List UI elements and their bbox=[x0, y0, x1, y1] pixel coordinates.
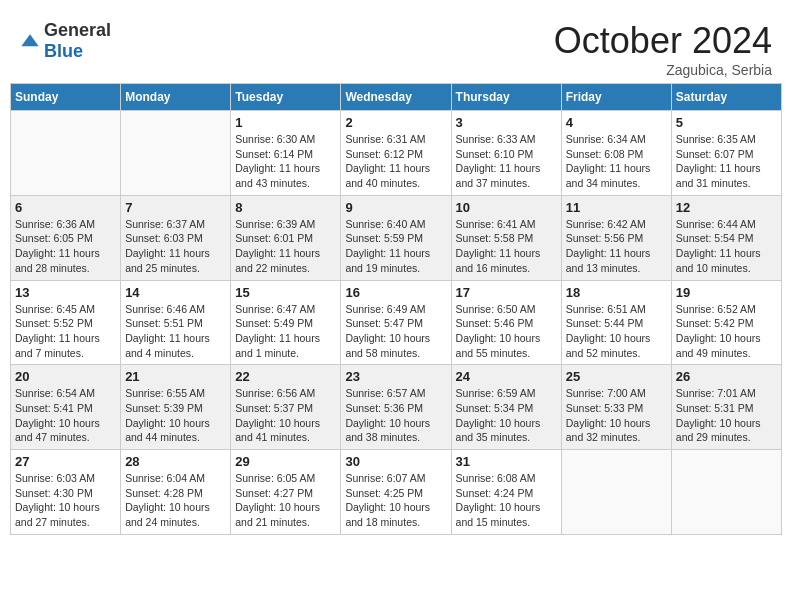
day-number: 12 bbox=[676, 200, 777, 215]
day-number: 6 bbox=[15, 200, 116, 215]
day-number: 20 bbox=[15, 369, 116, 384]
day-info: Sunrise: 6:08 AMSunset: 4:24 PMDaylight:… bbox=[456, 471, 557, 530]
day-info: Sunrise: 6:57 AMSunset: 5:36 PMDaylight:… bbox=[345, 386, 446, 445]
table-row: 31Sunrise: 6:08 AMSunset: 4:24 PMDayligh… bbox=[451, 450, 561, 535]
day-info: Sunrise: 6:42 AMSunset: 5:56 PMDaylight:… bbox=[566, 217, 667, 276]
calendar-week-row: 6Sunrise: 6:36 AMSunset: 6:05 PMDaylight… bbox=[11, 195, 782, 280]
day-info: Sunrise: 6:05 AMSunset: 4:27 PMDaylight:… bbox=[235, 471, 336, 530]
table-row: 2Sunrise: 6:31 AMSunset: 6:12 PMDaylight… bbox=[341, 111, 451, 196]
table-row: 29Sunrise: 6:05 AMSunset: 4:27 PMDayligh… bbox=[231, 450, 341, 535]
day-number: 4 bbox=[566, 115, 667, 130]
table-row: 30Sunrise: 6:07 AMSunset: 4:25 PMDayligh… bbox=[341, 450, 451, 535]
table-row: 11Sunrise: 6:42 AMSunset: 5:56 PMDayligh… bbox=[561, 195, 671, 280]
day-info: Sunrise: 6:41 AMSunset: 5:58 PMDaylight:… bbox=[456, 217, 557, 276]
table-row: 18Sunrise: 6:51 AMSunset: 5:44 PMDayligh… bbox=[561, 280, 671, 365]
calendar-header-row: Sunday Monday Tuesday Wednesday Thursday… bbox=[11, 84, 782, 111]
day-number: 24 bbox=[456, 369, 557, 384]
day-number: 7 bbox=[125, 200, 226, 215]
day-info: Sunrise: 6:44 AMSunset: 5:54 PMDaylight:… bbox=[676, 217, 777, 276]
title-block: October 2024 Zagubica, Serbia bbox=[554, 20, 772, 78]
logo-blue: Blue bbox=[44, 41, 83, 61]
table-row: 6Sunrise: 6:36 AMSunset: 6:05 PMDaylight… bbox=[11, 195, 121, 280]
table-row: 16Sunrise: 6:49 AMSunset: 5:47 PMDayligh… bbox=[341, 280, 451, 365]
logo-general: General bbox=[44, 20, 111, 40]
day-number: 27 bbox=[15, 454, 116, 469]
day-number: 17 bbox=[456, 285, 557, 300]
table-row: 12Sunrise: 6:44 AMSunset: 5:54 PMDayligh… bbox=[671, 195, 781, 280]
day-number: 31 bbox=[456, 454, 557, 469]
logo: General Blue bbox=[20, 20, 111, 62]
col-friday: Friday bbox=[561, 84, 671, 111]
table-row bbox=[671, 450, 781, 535]
day-info: Sunrise: 6:34 AMSunset: 6:08 PMDaylight:… bbox=[566, 132, 667, 191]
table-row: 21Sunrise: 6:55 AMSunset: 5:39 PMDayligh… bbox=[121, 365, 231, 450]
day-info: Sunrise: 6:31 AMSunset: 6:12 PMDaylight:… bbox=[345, 132, 446, 191]
svg-marker-0 bbox=[21, 34, 38, 46]
table-row: 27Sunrise: 6:03 AMSunset: 4:30 PMDayligh… bbox=[11, 450, 121, 535]
day-number: 1 bbox=[235, 115, 336, 130]
page-header: General Blue October 2024 Zagubica, Serb… bbox=[10, 10, 782, 83]
day-number: 23 bbox=[345, 369, 446, 384]
day-info: Sunrise: 6:03 AMSunset: 4:30 PMDaylight:… bbox=[15, 471, 116, 530]
col-tuesday: Tuesday bbox=[231, 84, 341, 111]
table-row: 4Sunrise: 6:34 AMSunset: 6:08 PMDaylight… bbox=[561, 111, 671, 196]
day-number: 11 bbox=[566, 200, 667, 215]
calendar-week-row: 27Sunrise: 6:03 AMSunset: 4:30 PMDayligh… bbox=[11, 450, 782, 535]
location-subtitle: Zagubica, Serbia bbox=[554, 62, 772, 78]
table-row: 26Sunrise: 7:01 AMSunset: 5:31 PMDayligh… bbox=[671, 365, 781, 450]
calendar-week-row: 1Sunrise: 6:30 AMSunset: 6:14 PMDaylight… bbox=[11, 111, 782, 196]
day-info: Sunrise: 6:54 AMSunset: 5:41 PMDaylight:… bbox=[15, 386, 116, 445]
table-row: 19Sunrise: 6:52 AMSunset: 5:42 PMDayligh… bbox=[671, 280, 781, 365]
day-info: Sunrise: 6:56 AMSunset: 5:37 PMDaylight:… bbox=[235, 386, 336, 445]
day-number: 10 bbox=[456, 200, 557, 215]
day-info: Sunrise: 6:37 AMSunset: 6:03 PMDaylight:… bbox=[125, 217, 226, 276]
day-number: 2 bbox=[345, 115, 446, 130]
day-info: Sunrise: 6:59 AMSunset: 5:34 PMDaylight:… bbox=[456, 386, 557, 445]
col-sunday: Sunday bbox=[11, 84, 121, 111]
day-number: 5 bbox=[676, 115, 777, 130]
table-row: 7Sunrise: 6:37 AMSunset: 6:03 PMDaylight… bbox=[121, 195, 231, 280]
col-wednesday: Wednesday bbox=[341, 84, 451, 111]
logo-icon bbox=[20, 31, 40, 51]
day-info: Sunrise: 6:55 AMSunset: 5:39 PMDaylight:… bbox=[125, 386, 226, 445]
day-info: Sunrise: 6:36 AMSunset: 6:05 PMDaylight:… bbox=[15, 217, 116, 276]
day-number: 16 bbox=[345, 285, 446, 300]
calendar-week-row: 20Sunrise: 6:54 AMSunset: 5:41 PMDayligh… bbox=[11, 365, 782, 450]
day-info: Sunrise: 6:07 AMSunset: 4:25 PMDaylight:… bbox=[345, 471, 446, 530]
day-info: Sunrise: 6:30 AMSunset: 6:14 PMDaylight:… bbox=[235, 132, 336, 191]
table-row: 23Sunrise: 6:57 AMSunset: 5:36 PMDayligh… bbox=[341, 365, 451, 450]
table-row: 24Sunrise: 6:59 AMSunset: 5:34 PMDayligh… bbox=[451, 365, 561, 450]
table-row: 20Sunrise: 6:54 AMSunset: 5:41 PMDayligh… bbox=[11, 365, 121, 450]
day-info: Sunrise: 6:46 AMSunset: 5:51 PMDaylight:… bbox=[125, 302, 226, 361]
month-title: October 2024 bbox=[554, 20, 772, 62]
day-info: Sunrise: 6:45 AMSunset: 5:52 PMDaylight:… bbox=[15, 302, 116, 361]
logo-text: General Blue bbox=[44, 20, 111, 62]
day-number: 15 bbox=[235, 285, 336, 300]
col-monday: Monday bbox=[121, 84, 231, 111]
day-info: Sunrise: 6:35 AMSunset: 6:07 PMDaylight:… bbox=[676, 132, 777, 191]
day-number: 9 bbox=[345, 200, 446, 215]
day-info: Sunrise: 6:39 AMSunset: 6:01 PMDaylight:… bbox=[235, 217, 336, 276]
table-row: 10Sunrise: 6:41 AMSunset: 5:58 PMDayligh… bbox=[451, 195, 561, 280]
col-saturday: Saturday bbox=[671, 84, 781, 111]
day-info: Sunrise: 7:00 AMSunset: 5:33 PMDaylight:… bbox=[566, 386, 667, 445]
day-number: 29 bbox=[235, 454, 336, 469]
day-number: 3 bbox=[456, 115, 557, 130]
table-row bbox=[11, 111, 121, 196]
table-row: 14Sunrise: 6:46 AMSunset: 5:51 PMDayligh… bbox=[121, 280, 231, 365]
table-row: 22Sunrise: 6:56 AMSunset: 5:37 PMDayligh… bbox=[231, 365, 341, 450]
day-info: Sunrise: 6:52 AMSunset: 5:42 PMDaylight:… bbox=[676, 302, 777, 361]
calendar-week-row: 13Sunrise: 6:45 AMSunset: 5:52 PMDayligh… bbox=[11, 280, 782, 365]
day-info: Sunrise: 6:04 AMSunset: 4:28 PMDaylight:… bbox=[125, 471, 226, 530]
day-number: 28 bbox=[125, 454, 226, 469]
col-thursday: Thursday bbox=[451, 84, 561, 111]
day-number: 8 bbox=[235, 200, 336, 215]
table-row: 17Sunrise: 6:50 AMSunset: 5:46 PMDayligh… bbox=[451, 280, 561, 365]
day-number: 19 bbox=[676, 285, 777, 300]
table-row: 9Sunrise: 6:40 AMSunset: 5:59 PMDaylight… bbox=[341, 195, 451, 280]
table-row: 28Sunrise: 6:04 AMSunset: 4:28 PMDayligh… bbox=[121, 450, 231, 535]
day-info: Sunrise: 6:47 AMSunset: 5:49 PMDaylight:… bbox=[235, 302, 336, 361]
day-number: 30 bbox=[345, 454, 446, 469]
day-number: 21 bbox=[125, 369, 226, 384]
table-row: 13Sunrise: 6:45 AMSunset: 5:52 PMDayligh… bbox=[11, 280, 121, 365]
